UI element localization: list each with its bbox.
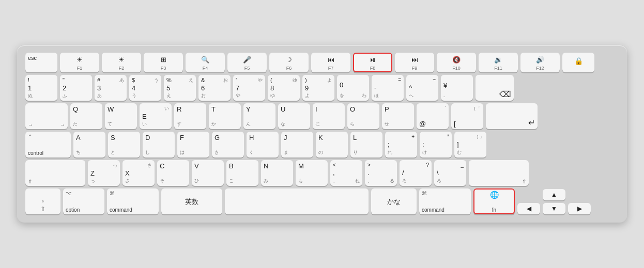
key-command-left[interactable]: ⌘ command xyxy=(107,188,159,214)
key-arrow-down[interactable]: ▼ xyxy=(543,203,565,214)
key-0[interactable]: 0 を わ xyxy=(337,75,369,101)
key-f6[interactable]: ☽ F6 xyxy=(269,53,309,72)
num-row: ! 1 ぬ " 2 ふ # あ 3 あ $ う xyxy=(25,75,619,101)
key-colon[interactable]: * : け xyxy=(420,132,452,157)
key-lock[interactable]: 🔒 xyxy=(562,53,594,72)
key-option[interactable]: ⌥ option xyxy=(63,188,104,214)
key-f10[interactable]: 🔇 F10 xyxy=(437,53,476,72)
key-l[interactable]: L り xyxy=(350,132,382,157)
key-minus[interactable]: = - ほ xyxy=(372,75,404,101)
key-eisu[interactable]: 英数 xyxy=(161,188,222,214)
key-m[interactable]: M も xyxy=(296,160,328,186)
key-close-bracket[interactable]: } 」 ] む xyxy=(454,132,486,157)
key-s[interactable]: S と xyxy=(108,132,140,157)
key-i[interactable]: I に xyxy=(313,103,345,129)
arrow-top-row: ▲ xyxy=(517,189,591,200)
key-g[interactable]: G き xyxy=(212,132,244,157)
key-f11[interactable]: 🔉 F11 xyxy=(479,53,518,72)
key-t[interactable]: T か xyxy=(209,103,241,129)
arrow-bottom-row: ◀ ▼ ▶ xyxy=(517,203,591,214)
key-backslash[interactable]: _ \ ろ xyxy=(434,160,466,186)
key-u[interactable]: U な xyxy=(278,103,310,129)
key-shift-right[interactable]: ⇧ xyxy=(469,160,529,186)
key-f8[interactable]: ⏯ F8 xyxy=(353,53,392,72)
key-2[interactable]: " 2 ふ xyxy=(60,75,92,101)
key-5[interactable]: % え 5 え xyxy=(164,75,196,101)
key-6[interactable]: & お 6 お xyxy=(198,75,231,101)
key-f5[interactable]: 🎤 F5 xyxy=(227,53,267,72)
key-h[interactable]: H く xyxy=(247,132,279,157)
key-backspace[interactable]: ⌫ xyxy=(476,75,514,101)
keyboard: esc ☀ F1 ☀ F2 ⊞ F3 🔍 F4 🎤 F5 ☽ xyxy=(17,45,627,223)
space-row: ° ⇧ ⌥ option ⌘ command 英数 かな ⌘ command xyxy=(25,188,619,214)
key-at[interactable]: ` @ xyxy=(417,103,449,129)
key-esc[interactable]: esc xyxy=(25,53,57,72)
key-n[interactable]: N み xyxy=(261,160,293,186)
key-period[interactable]: > . 。 る xyxy=(365,160,397,186)
key-f1[interactable]: ☀ F1 xyxy=(60,53,99,72)
key-p[interactable]: P せ xyxy=(382,103,414,129)
key-arrow-left[interactable]: ◀ xyxy=(517,203,540,214)
key-r[interactable]: R す xyxy=(174,103,206,129)
key-f3[interactable]: ⊞ F3 xyxy=(144,53,183,72)
key-slash[interactable]: ? / ろ xyxy=(400,160,432,186)
key-9[interactable]: ) よ 9 よ xyxy=(302,75,334,101)
key-f12[interactable]: 🔊 F12 xyxy=(520,53,560,72)
zxcv-row: ⇧ っ Z っ さ X さ C そ V ひ B xyxy=(25,160,619,186)
arrow-keys: ▲ ◀ ▼ ▶ xyxy=(517,189,591,214)
key-q[interactable]: Q た xyxy=(70,103,102,129)
key-x[interactable]: さ X さ xyxy=(122,160,155,186)
key-w[interactable]: W て xyxy=(105,103,137,129)
key-b[interactable]: B こ xyxy=(226,160,258,186)
key-1[interactable]: ! 1 ぬ xyxy=(25,75,57,101)
key-f7[interactable]: ⏮ F7 xyxy=(311,53,350,72)
key-enter[interactable]: ↵ xyxy=(486,103,538,129)
key-caps[interactable]: ° ⇧ xyxy=(25,188,60,214)
asdf-row: ⌃ control A ち S と D し F は G き H xyxy=(25,132,619,157)
arrow-blank xyxy=(517,189,540,200)
key-arrow-up[interactable]: ▲ xyxy=(543,189,565,200)
key-shift-left[interactable]: ⇧ xyxy=(25,160,85,186)
key-8[interactable]: ( ゆ 8 ゆ xyxy=(268,75,300,101)
key-f4[interactable]: 🔍 F4 xyxy=(186,53,225,72)
key-spacebar[interactable] xyxy=(225,188,369,214)
key-f[interactable]: F は xyxy=(177,132,209,157)
key-c[interactable]: C そ xyxy=(157,160,189,186)
key-tab[interactable]: → → xyxy=(25,103,68,129)
key-4[interactable]: $ う 4 う xyxy=(129,75,161,101)
key-d[interactable]: D し xyxy=(143,132,175,157)
key-3[interactable]: # あ 3 あ xyxy=(95,75,127,101)
key-v[interactable]: V ひ xyxy=(192,160,224,186)
key-caret[interactable]: ~ ^ へ xyxy=(406,75,438,101)
key-7[interactable]: ' や 7 や xyxy=(233,75,265,101)
key-f9[interactable]: ⏭ F9 xyxy=(395,53,434,72)
key-arrow-right[interactable]: ▶ xyxy=(568,203,591,214)
key-fn[interactable]: 🌐 fn xyxy=(473,188,515,214)
key-yen[interactable]: ¥ - xyxy=(441,75,473,101)
key-comma[interactable]: < , 、 ね xyxy=(330,160,362,186)
key-semicolon[interactable]: + ; れ xyxy=(385,132,417,157)
key-open-bracket[interactable]: { 「 [ xyxy=(451,103,483,129)
key-o[interactable]: O ら xyxy=(347,103,379,129)
key-a[interactable]: A ち xyxy=(73,132,105,157)
key-e[interactable]: い E い xyxy=(140,103,172,129)
key-kana[interactable]: かな xyxy=(371,188,417,214)
key-k[interactable]: K の xyxy=(316,132,348,157)
key-command-right[interactable]: ⌘ command xyxy=(419,188,471,214)
qwerty-row: → → Q た W て い E い R す T か xyxy=(25,103,619,129)
key-j[interactable]: J ま xyxy=(281,132,313,157)
fn-row: esc ☀ F1 ☀ F2 ⊞ F3 🔍 F4 🎤 F5 ☽ xyxy=(25,53,619,72)
key-control[interactable]: ⌃ control xyxy=(25,132,71,157)
key-f2[interactable]: ☀ F2 xyxy=(102,53,141,72)
key-z[interactable]: っ Z っ xyxy=(88,160,120,186)
key-y[interactable]: Y ん xyxy=(243,103,275,129)
